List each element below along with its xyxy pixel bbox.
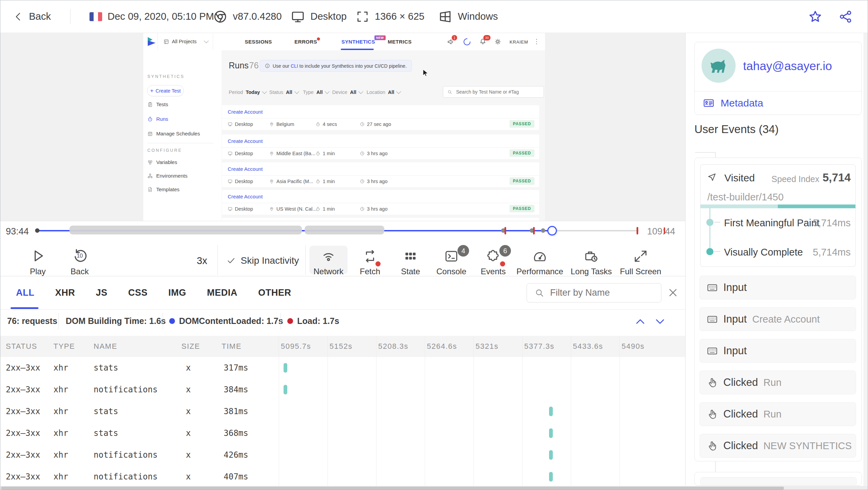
sidebar-item-environments[interactable]: Environments — [147, 173, 188, 179]
tab-synthetics[interactable]: SYNTHETICS NEW — [341, 33, 375, 50]
user-menu[interactable]: KRAIEM — [510, 39, 528, 45]
share-button[interactable] — [838, 0, 853, 33]
jump-next-icon[interactable] — [654, 315, 666, 328]
event-card-clicked[interactable]: Clicked Run — [700, 402, 856, 426]
run-card[interactable]: Create Account Desktop Asia Pacific (M..… — [222, 162, 539, 187]
play-button[interactable]: Play — [14, 248, 62, 276]
network-request-row[interactable]: 2xx–3xxxhr notificationsx 384ms — [0, 379, 685, 401]
fullscreen-button[interactable]: Full Screen — [617, 249, 664, 276]
domcontentloaded-summary: DOMContentLoaded: 1.7s — [169, 310, 283, 332]
event-card-input[interactable]: Input — [700, 276, 856, 299]
sidebar-item-tests[interactable]: Tests — [147, 101, 168, 107]
run-card[interactable]: Create Account Desktop Middle East (Ba..… — [222, 134, 539, 159]
skip-inactivity-toggle[interactable]: Skip Inactivity — [226, 255, 299, 266]
metric-timeline-line — [709, 208, 710, 252]
events-panel-button[interactable]: Events 6 — [469, 249, 517, 276]
console-icon — [444, 249, 459, 263]
sidebar-item-variables[interactable]: Variables — [147, 159, 177, 165]
test-search-box[interactable] — [443, 86, 544, 98]
sidebar-item-templates[interactable]: Templates — [147, 186, 179, 192]
performance-panel-button[interactable]: Performance — [516, 249, 564, 276]
run-name-link[interactable]: Create Account — [228, 190, 263, 203]
tab-xhr[interactable]: XHR — [55, 288, 75, 298]
network-request-row[interactable]: 2xx–3xxxhr notificationsx 426ms — [0, 444, 685, 466]
filter-period[interactable]: Period Today — [229, 89, 266, 95]
tab-sessions[interactable]: SESSIONS — [245, 33, 272, 50]
jump-previous-icon[interactable] — [634, 315, 646, 328]
sidebar-scrollbar[interactable] — [864, 33, 868, 486]
tab-metrics[interactable]: METRICS — [388, 33, 412, 50]
run-name-link[interactable]: Create Account — [228, 105, 263, 118]
run-card[interactable]: Create Account Desktop US West (N. Cal..… — [222, 190, 539, 215]
more-options-icon[interactable]: ⋮ — [533, 37, 540, 45]
tab-img[interactable]: IMG — [168, 288, 187, 298]
status-badge: PASSED — [510, 120, 534, 128]
event-card-clicked[interactable]: Clicked NEW SYNTHETICS — [700, 434, 856, 458]
keyboard-icon — [707, 345, 718, 357]
create-test-button[interactable]: + Create Test — [147, 85, 184, 96]
browser-version: v87.0.4280 — [233, 11, 282, 22]
events-alert-dot — [500, 261, 505, 266]
clipboard-icon — [147, 102, 153, 107]
timeline[interactable] — [0, 221, 685, 241]
cli-link[interactable]: CLI — [291, 63, 298, 69]
network-request-row[interactable]: 2xx–3xxxhr statsx 381ms — [0, 401, 685, 422]
tab-js[interactable]: JS — [96, 288, 108, 298]
speed-toggle[interactable]: 3x — [197, 255, 207, 266]
issue-marker — [637, 227, 638, 234]
clock-icon — [360, 122, 365, 127]
notifications-button[interactable]: 33 — [479, 38, 487, 47]
test-search-input[interactable] — [455, 89, 539, 95]
horizontal-scrollbar[interactable] — [0, 486, 868, 490]
time-tick: 5377.3s — [524, 336, 554, 357]
network-request-row[interactable]: 2xx–3xxxhr statsx 368ms — [0, 422, 685, 444]
event-card-input[interactable]: Input — [700, 339, 856, 363]
event-card-input[interactable]: Input Create Account — [700, 307, 856, 331]
favorite-star-button[interactable] — [808, 0, 823, 33]
filter-location[interactable]: Location All — [367, 89, 400, 95]
metadata-button[interactable]: Metadata — [703, 97, 763, 109]
close-panel-icon[interactable] — [668, 287, 678, 298]
network-request-row[interactable]: 2xx–3xxxhr statsx 317ms — [0, 357, 685, 379]
errors-alert-dot — [317, 37, 320, 40]
state-panel-button[interactable]: State — [387, 249, 434, 276]
timeline-scrubber[interactable] — [547, 226, 557, 235]
back-10-icon: 10 — [72, 248, 87, 263]
network-filter-box[interactable] — [527, 283, 661, 303]
console-panel-button[interactable]: Console 4 — [428, 249, 475, 276]
filter-device[interactable]: Device All — [332, 89, 363, 95]
event-card-clicked[interactable]: Clicked Run — [700, 371, 856, 394]
network-panel-button[interactable]: Network — [305, 249, 352, 276]
tab-other[interactable]: OTHER — [258, 288, 291, 298]
timeline-start-dot — [35, 228, 39, 233]
runs-count: 76 — [249, 61, 259, 70]
user-events-title: User Events (34) — [694, 123, 779, 136]
calendar-icon — [147, 131, 153, 136]
tab-all[interactable]: ALL — [16, 288, 34, 298]
network-filter-input[interactable] — [549, 287, 653, 298]
run-name-link[interactable]: Create Account — [228, 162, 263, 175]
run-name-link[interactable]: Create Account — [228, 134, 263, 147]
back-10s-button[interactable]: 10 Back — [56, 248, 103, 276]
filter-type[interactable]: Type All — [303, 89, 329, 95]
clock-icon — [360, 151, 365, 156]
sidebar-item-manage-schedules[interactable]: Manage Schedules — [147, 131, 200, 136]
sidebar-item-runs[interactable]: Runs — [147, 116, 168, 122]
run-card[interactable]: Create Account PASSED — [222, 218, 539, 221]
announcements-button[interactable]: 1 — [447, 38, 455, 47]
back-button[interactable]: Back — [13, 0, 51, 33]
filter-status[interactable]: Status All — [269, 89, 299, 95]
visited-event-card[interactable]: Visited Speed Index 5,714 /test-builder/… — [700, 164, 856, 267]
tab-media[interactable]: MEDIA — [207, 288, 238, 298]
tab-errors[interactable]: ERRORS — [294, 33, 317, 50]
network-request-row[interactable]: 2xx–3xxxhr notificationsx 407ms — [0, 466, 685, 488]
user-email[interactable]: tahay@asayer.io — [743, 59, 832, 73]
scrollbar-thumb[interactable] — [1, 487, 784, 490]
long-tasks-panel-button[interactable]: Long Tasks — [567, 249, 615, 276]
project-selector[interactable]: All Projects — [157, 33, 213, 50]
run-name-link[interactable]: Create Account — [228, 218, 263, 221]
settings-gear-icon[interactable] — [494, 38, 502, 46]
run-card[interactable]: Create Account Desktop Belgium 4 secs 27… — [222, 105, 539, 130]
active-tab-underline — [11, 307, 38, 309]
tab-css[interactable]: CSS — [128, 288, 148, 298]
